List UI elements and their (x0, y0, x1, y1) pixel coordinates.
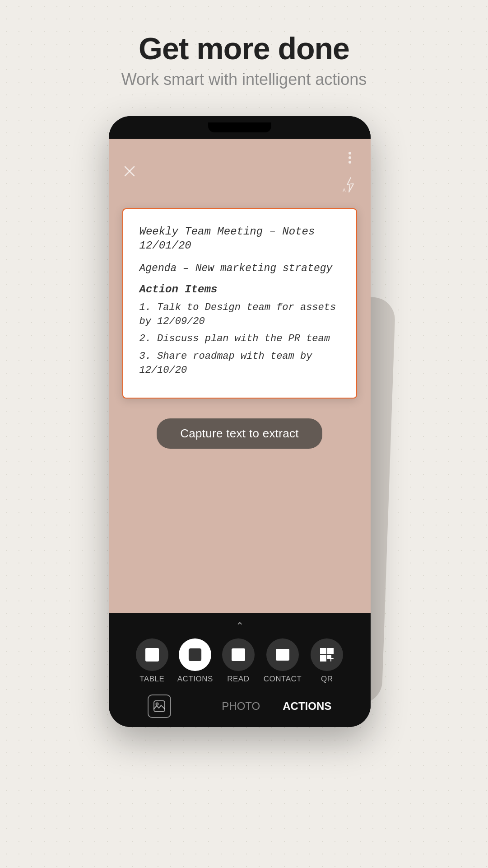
bottom-nav: PHOTO ACTIONS (109, 690, 371, 718)
capture-button[interactable]: Capture text to extract (157, 418, 322, 449)
camera-screen: A Weekly Team Meeting – Notes 12/01/20 A… (109, 139, 371, 613)
contact-label: CONTACT (264, 675, 302, 684)
mode-table[interactable]: TABLE (136, 638, 168, 684)
svg-point-3 (349, 156, 351, 159)
main-title: Get more done (121, 32, 367, 66)
svg-point-19 (278, 655, 281, 658)
doc-title: Weekly Team Meeting – Notes (139, 225, 340, 238)
nav-tabs: PHOTO ACTIONS (222, 700, 331, 713)
mode-contact[interactable]: CONTACT (264, 638, 302, 684)
svg-rect-17 (276, 649, 289, 660)
nav-tab-actions[interactable]: ACTIONS (283, 700, 331, 713)
flash-auto-button[interactable]: A (340, 175, 360, 195)
camera-top-right: A (340, 148, 360, 195)
mode-actions[interactable]: ACTIONS (177, 638, 213, 684)
svg-point-33 (156, 703, 158, 705)
header-section: Get more done Work smart with intelligen… (121, 0, 367, 89)
document-card: Weekly Team Meeting – Notes 12/01/20 Age… (122, 208, 357, 399)
svg-rect-29 (328, 656, 330, 658)
actions-icon-circle (179, 638, 211, 671)
table-label: TABLE (139, 675, 164, 684)
svg-point-2 (349, 152, 351, 155)
doc-item-1: 1. Talk to Design team for assets by 12/… (139, 301, 340, 329)
svg-rect-25 (322, 650, 325, 652)
phone-notch (208, 122, 271, 132)
table-icon-circle (136, 638, 168, 671)
close-button[interactable] (120, 161, 139, 181)
mode-qr[interactable]: QR (311, 638, 343, 684)
doc-item-2: 2. Discuss plan with the PR team (139, 332, 340, 346)
phone-mockup: A Weekly Team Meeting – Notes 12/01/20 A… (109, 116, 380, 727)
bottom-bar: ⌃ (109, 613, 371, 727)
sub-title: Work smart with intelligent actions (121, 70, 367, 89)
phone-frame: A Weekly Team Meeting – Notes 12/01/20 A… (109, 116, 371, 727)
svg-rect-16 (239, 649, 245, 661)
svg-rect-27 (322, 657, 325, 660)
svg-rect-6 (146, 648, 158, 661)
qr-label: QR (321, 675, 333, 684)
phone-top-bar (109, 116, 371, 139)
svg-point-4 (349, 161, 351, 164)
doc-section-title: Action Items (139, 283, 340, 296)
contact-icon-circle (266, 638, 299, 671)
camera-top-controls: A (109, 139, 371, 204)
svg-rect-26 (329, 650, 332, 652)
actions-label: ACTIONS (177, 675, 213, 684)
nav-tab-photo[interactable]: PHOTO (222, 700, 260, 713)
svg-rect-32 (154, 701, 165, 712)
svg-text:A: A (343, 188, 346, 193)
qr-icon-circle (311, 638, 343, 671)
doc-item-3: 3. Share roadmap with team by 12/10/20 (139, 350, 340, 378)
camera-modes: TABLE ACTIONS (109, 638, 371, 684)
chevron-up-icon: ⌃ (236, 620, 244, 632)
swipe-indicator: ⌃ (109, 620, 371, 632)
more-options-button[interactable] (340, 148, 360, 168)
doc-agenda: Agenda – New marketing strategy (139, 263, 340, 274)
capture-btn-area: Capture text to extract (109, 408, 371, 458)
read-icon-circle (222, 638, 255, 671)
gallery-button[interactable] (148, 694, 171, 718)
doc-date: 12/01/20 (139, 239, 340, 252)
read-label: READ (227, 675, 249, 684)
mode-read[interactable]: READ (222, 638, 255, 684)
